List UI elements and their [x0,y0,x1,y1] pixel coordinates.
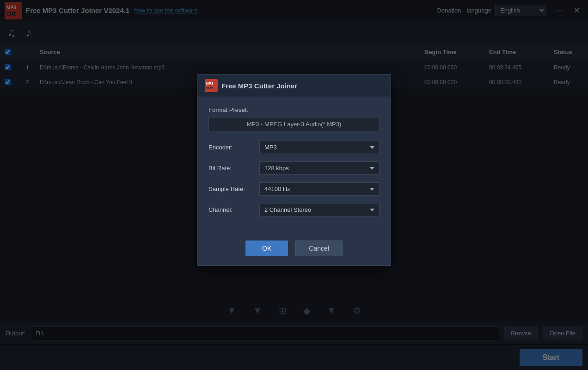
dialog-title: Free MP3 Cutter Joiner [221,82,297,90]
encoder-row: Encoder: MP3AACWAVOGG [208,141,380,154]
bitrate-label: Bit Rate: [208,165,259,172]
dialog-body: Format Preset: MP3 - MPEG Layer-3 Audio(… [197,97,391,233]
format-dialog: MP3 CUT Free MP3 Cutter Joiner Format Pr… [197,74,391,266]
bitrate-row: Bit Rate: 64 kbps96 kbps128 kbps192 kbps… [208,161,380,175]
format-preset-label: Format Preset: [208,106,380,113]
ok-button[interactable]: OK [245,240,288,256]
svg-text:MP3: MP3 [206,81,214,86]
channel-select[interactable]: Mono2 Channel Stereo [259,203,380,216]
samplerate-row: Sample Rate: 8000 Hz11025 Hz16000 Hz2205… [208,182,380,196]
format-preset-value: MP3 - MPEG Layer-3 Audio(*.MP3) [208,117,380,131]
cancel-button[interactable]: Cancel [295,240,343,256]
channel-row: Channel: Mono2 Channel Stereo [208,203,380,216]
svg-text:CUT: CUT [206,86,214,90]
encoder-select[interactable]: MP3AACWAVOGG [259,141,380,154]
channel-label: Channel: [208,206,259,213]
modal-overlay: MP3 CUT Free MP3 Cutter Joiner Format Pr… [0,0,588,370]
dialog-titlebar: MP3 CUT Free MP3 Cutter Joiner [197,74,391,97]
encoder-label: Encoder: [208,144,259,151]
samplerate-label: Sample Rate: [208,185,259,192]
dialog-footer: OK Cancel [197,233,391,265]
samplerate-select[interactable]: 8000 Hz11025 Hz16000 Hz22050 Hz44100 Hz4… [259,182,380,196]
bitrate-select[interactable]: 64 kbps96 kbps128 kbps192 kbps256 kbps32… [259,161,380,175]
dialog-logo: MP3 CUT [205,79,218,92]
